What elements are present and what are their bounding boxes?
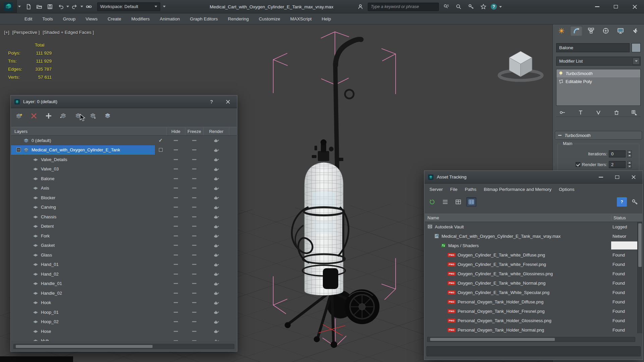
asset-maximize-button[interactable] (611, 172, 623, 182)
hide-toggle[interactable] (166, 216, 185, 217)
layer-row[interactable]: Hook (11, 298, 237, 308)
viewport-general-menu[interactable]: [+] (4, 30, 9, 35)
favorites-star-icon[interactable] (478, 2, 488, 11)
menu-item-create[interactable]: Create (103, 14, 126, 24)
maximize-button[interactable] (606, 0, 625, 13)
search-input[interactable] (368, 3, 439, 11)
asset-menu-server[interactable]: Server (426, 184, 447, 194)
asset-row[interactable]: PNGOxygen_Cylinder_E_Tank_white_Normal.p… (425, 278, 637, 288)
asset-menu-paths[interactable]: Paths (461, 184, 480, 194)
render-iters-spinner[interactable] (627, 161, 632, 168)
app-logo-button[interactable] (0, 0, 17, 13)
hide-toggle[interactable] (166, 188, 185, 189)
scrollbar-thumb[interactable] (16, 345, 153, 348)
asset-minimize-button[interactable] (595, 172, 606, 182)
asset-menu-file[interactable]: File (447, 184, 461, 194)
render-toggle[interactable] (203, 167, 229, 171)
freeze-toggle[interactable] (185, 302, 203, 303)
bulb-icon[interactable] (559, 71, 563, 76)
asset-row[interactable]: PNGPersonal_Oxygen_Tank_Holder_Fresnel.p… (425, 306, 637, 316)
sign-in-icon[interactable] (355, 2, 365, 11)
logo-menu-caret-icon[interactable] (18, 6, 21, 7)
tab-motion[interactable] (600, 26, 612, 36)
menu-item-graph-editors[interactable]: Graph Editors (185, 14, 223, 24)
scrollbar-thumb[interactable] (638, 223, 642, 267)
workspace-dropdown[interactable]: Workspace: Default (97, 2, 160, 11)
asset-menu-bitmap-performance-and-memory[interactable]: Bitmap Performance and Memory (480, 184, 555, 194)
current-layer-cell[interactable] (155, 148, 166, 152)
tab-display[interactable] (614, 26, 627, 36)
menu-item-customize[interactable]: Customize (254, 14, 285, 24)
close-button[interactable] (625, 0, 644, 13)
object-name-field[interactable] (556, 43, 630, 52)
freeze-toggle[interactable] (185, 159, 203, 160)
hide-toggle[interactable] (166, 207, 185, 208)
hide-toggle[interactable] (166, 197, 185, 198)
column-name[interactable]: Name (425, 215, 611, 220)
asset-close-button[interactable] (628, 172, 639, 182)
open-file-icon[interactable] (34, 2, 44, 11)
render-toggle[interactable] (203, 176, 229, 180)
freeze-toggle[interactable] (185, 168, 203, 169)
layer-row[interactable]: Blocker (11, 193, 237, 203)
asset-menu-options[interactable]: Options (555, 184, 578, 194)
redo-icon[interactable] (70, 2, 80, 11)
layer-row[interactable]: Handle_01 (11, 279, 237, 289)
render-toggle[interactable] (203, 215, 229, 219)
hide-toggle[interactable] (166, 283, 185, 284)
hide-toggle[interactable] (166, 140, 185, 141)
render-iters-checkbox[interactable] (576, 162, 580, 167)
redo-list-caret-icon[interactable] (80, 6, 83, 7)
layer-row[interactable]: Carving (11, 203, 237, 212)
freeze-toggle[interactable] (185, 226, 203, 227)
render-toggle[interactable] (203, 196, 229, 200)
render-toggle[interactable] (203, 320, 229, 324)
layer-dialog-help-button[interactable]: ? (206, 97, 217, 107)
search-options-icon[interactable] (441, 2, 451, 11)
select-objects-in-layer-icon[interactable] (72, 111, 84, 121)
create-new-layer-icon[interactable] (13, 111, 25, 121)
freeze-toggle[interactable] (185, 149, 203, 150)
layer-horizontal-scrollbar[interactable] (13, 344, 234, 349)
freeze-toggle[interactable] (185, 178, 203, 179)
configure-modifier-sets-icon[interactable] (629, 108, 639, 117)
asset-row[interactable]: PNGOxygen_Cylinder_E_Tank_White_Specular… (425, 288, 637, 297)
render-toggle[interactable] (203, 291, 229, 295)
asset-vertical-scrollbar[interactable] (637, 222, 642, 333)
asset-row[interactable]: Autodesk VaultLogged (425, 222, 637, 231)
viewport-pov-menu[interactable]: [Perspective ] (12, 30, 40, 35)
asset-row[interactable]: PNGOxygen_Cylinder_E_Tank_white_Diffuse.… (425, 250, 637, 260)
workspace-extra-caret-icon[interactable] (163, 6, 166, 7)
render-toggle[interactable] (203, 263, 229, 267)
layer-dialog-close-button[interactable] (222, 97, 234, 107)
render-toggle[interactable] (203, 148, 229, 152)
column-freeze[interactable]: Freeze (185, 127, 203, 135)
menu-item-help[interactable]: Help (317, 14, 336, 24)
rollout-turbosmooth[interactable]: TurboSmooth (555, 131, 642, 140)
freeze-toggle[interactable] (185, 255, 203, 256)
asset-dialog-titlebar[interactable]: Asset Tracking (424, 171, 643, 184)
layer-row[interactable]: Axis (11, 184, 237, 193)
render-toggle[interactable] (203, 186, 229, 190)
make-unique-icon[interactable] (593, 108, 603, 117)
modifier-list-caret-icon[interactable] (633, 58, 640, 65)
freeze-toggle[interactable] (185, 264, 203, 265)
layer-row[interactable]: Valve_03 (11, 164, 237, 174)
manage-links-icon[interactable] (84, 2, 94, 11)
pin-stack-icon[interactable] (558, 108, 568, 117)
hide-toggle[interactable] (166, 274, 185, 275)
menu-item-modifiers[interactable]: Modifiers (126, 14, 155, 24)
show-end-result-icon[interactable] (576, 108, 586, 117)
freeze-toggle[interactable] (185, 321, 203, 322)
render-toggle[interactable] (203, 138, 229, 142)
menu-item-maxscript[interactable]: MAXScript (285, 14, 317, 24)
layer-row[interactable]: Medical_Cart_with_Oxygen_Cylinder_E_Tank (11, 145, 237, 155)
render-toggle[interactable] (203, 301, 229, 305)
render-toggle[interactable] (203, 339, 229, 341)
layer-row[interactable]: Detent (11, 222, 237, 231)
layer-row[interactable]: Chassis (11, 212, 237, 222)
column-layers[interactable]: Layers (11, 129, 155, 134)
hide-toggle[interactable] (166, 312, 185, 313)
freeze-toggle[interactable] (185, 274, 203, 275)
list-view-icon[interactable] (440, 197, 450, 207)
